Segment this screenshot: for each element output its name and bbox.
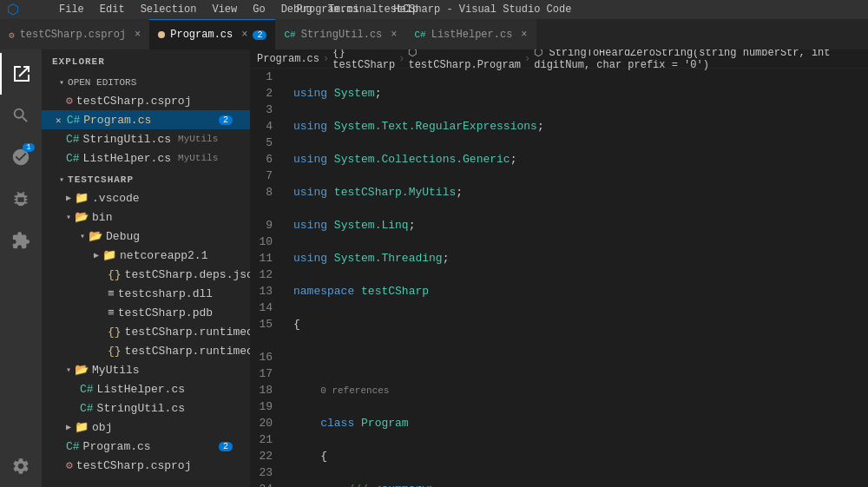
file-listhelper-cs-2[interactable]: C# ListHelper.cs xyxy=(42,379,250,398)
menu-go[interactable]: Go xyxy=(246,0,272,19)
file-runtimeconfig[interactable]: {} testCSharp.runtimeconfig.json xyxy=(42,341,250,360)
csproj-icon: ⚙ xyxy=(9,30,15,41)
json-icon: {} xyxy=(108,345,122,358)
git-badge: 1 xyxy=(23,143,35,152)
menu-help[interactable]: Help xyxy=(386,0,425,19)
open-editor-testcsharp-csproj[interactable]: ⚙ testCSharp.csproj xyxy=(42,91,250,110)
json-icon: {} xyxy=(108,268,122,281)
tab-testcsharp-csproj[interactable]: ⚙ testCSharp.csproj × xyxy=(0,19,149,49)
open-editors-section[interactable]: ▾ OPEN EDITORS xyxy=(42,74,250,91)
open-editor-listhelper-cs[interactable]: C# ListHelper.cs MyUtils xyxy=(42,148,250,168)
file-name: Program.cs xyxy=(83,114,151,127)
code-content[interactable]: using System; using System.Text.RegularE… xyxy=(286,69,868,487)
tab-label: StringUtil.cs xyxy=(301,29,383,41)
open-editor-stringutil-cs[interactable]: C# StringUtil.cs MyUtils xyxy=(42,129,250,148)
bc-file[interactable]: Program.cs xyxy=(257,53,319,65)
folder-bin[interactable]: ▾ 📂 bin xyxy=(42,207,250,227)
activity-extensions[interactable] xyxy=(0,220,42,261)
tab-close-icon[interactable]: × xyxy=(135,29,141,41)
menu-debug[interactable]: Debug xyxy=(274,0,319,19)
folder-icon: 📂 xyxy=(75,363,89,377)
chevron-icon: ▾ xyxy=(59,174,64,185)
folder-myutils[interactable]: ▾ 📂 MyUtils xyxy=(42,360,250,379)
open-editor-program-cs[interactable]: ✕ C# Program.cs 2 xyxy=(42,110,250,129)
file-name: testcsharp.dll xyxy=(118,287,213,300)
menu-view[interactable]: View xyxy=(205,0,244,19)
tab-label: testCSharp.csproj xyxy=(20,29,126,41)
cs-icon: C# xyxy=(415,30,426,40)
file-name: StringUtil.cs xyxy=(83,133,171,146)
folder-obj[interactable]: ▶ 📁 obj xyxy=(42,418,250,437)
bc-sep: › xyxy=(323,53,329,65)
chevron-right-icon: ▶ xyxy=(94,250,99,260)
folder-icon: 📂 xyxy=(75,210,89,224)
file-name: testCSharp.csproj xyxy=(76,95,192,108)
file-tag: MyUtils xyxy=(178,134,218,144)
tab-close-icon[interactable]: × xyxy=(391,29,397,41)
activity-explorer[interactable] xyxy=(0,53,42,95)
tab-close-icon[interactable]: × xyxy=(521,29,527,41)
file-name: testCSharp.pdb xyxy=(118,306,213,319)
folder-name: MyUtils xyxy=(92,364,140,377)
cs-icon: C# xyxy=(66,440,80,453)
tab-label: Program.cs xyxy=(170,29,233,41)
bc-namespace[interactable]: {} testCSharp xyxy=(332,49,395,71)
folder-netcoreapp[interactable]: ▶ 📁 netcoreapp2.1 xyxy=(42,246,250,265)
folder-icon: 📂 xyxy=(89,229,102,243)
cs-icon: C# xyxy=(66,152,80,165)
app-icon: ⬡ xyxy=(7,1,19,18)
chevron-down-icon: ▾ xyxy=(80,231,85,241)
tab-program-cs[interactable]: Program.cs × 2 xyxy=(149,19,275,49)
folder-icon: 📁 xyxy=(102,248,116,262)
chevron-right-icon: ▶ xyxy=(66,193,71,203)
folder-name: obj xyxy=(92,421,112,434)
folder-name: .vscode xyxy=(92,192,140,205)
section-label: TESTCSHARP xyxy=(68,174,134,185)
breadcrumb: Program.cs › {} testCSharp › ⬡ testCShar… xyxy=(250,49,868,69)
menu-edit[interactable]: Edit xyxy=(93,0,132,19)
file-dll[interactable]: ≡ testcsharp.dll xyxy=(42,284,250,303)
file-badge: 2 xyxy=(219,442,233,451)
code-container[interactable]: 1 2 3 4 5 6 7 8 9 10 11 12 13 14 15 xyxy=(250,69,868,487)
editor: Program.cs › {} testCSharp › ⬡ testCShar… xyxy=(250,49,868,487)
cs-icon: C# xyxy=(80,383,94,396)
section-label: OPEN EDITORS xyxy=(68,77,136,88)
menu-file[interactable]: File xyxy=(52,0,91,19)
tab-close-icon[interactable]: × xyxy=(241,29,247,41)
folder-icon: 📁 xyxy=(75,420,89,434)
menu-selection[interactable]: Selection xyxy=(134,0,204,19)
file-deps-json[interactable]: {} testCSharp.deps.json xyxy=(42,265,250,284)
activity-git[interactable]: 1 xyxy=(0,136,42,178)
folder-vscode[interactable]: ▶ 📁 .vscode xyxy=(42,188,250,207)
json-icon: {} xyxy=(108,326,122,339)
file-program-cs-2[interactable]: C# Program.cs 2 xyxy=(42,437,250,456)
file-runtimeconfig-dev[interactable]: {} testCSharp.runtimeconfig.dev.json xyxy=(42,322,250,341)
tab-bar: ⚙ testCSharp.csproj × Program.cs × 2 C# … xyxy=(0,19,868,49)
tab-stringutil-cs[interactable]: C# StringUtil.cs × xyxy=(275,19,405,49)
csproj-icon: ⚙ xyxy=(66,458,73,472)
chevron-down-icon: ▾ xyxy=(66,212,71,222)
file-name: testCSharp.csproj xyxy=(76,459,192,472)
activity-bar: 1 xyxy=(0,49,42,487)
folder-debug[interactable]: ▾ 📂 Debug xyxy=(42,227,250,246)
folder-name: netcoreapp2.1 xyxy=(120,249,207,262)
file-name: testCSharp.runtimeconfig.json xyxy=(125,345,250,358)
activity-settings[interactable] xyxy=(0,445,42,487)
cs-icon: C# xyxy=(80,402,94,415)
menu-terminal[interactable]: Terminal xyxy=(321,0,385,19)
activity-search[interactable] xyxy=(0,95,42,136)
file-testcsharp-csproj-2[interactable]: ⚙ testCSharp.csproj xyxy=(42,456,250,475)
chevron-down-icon: ▾ xyxy=(66,365,71,375)
folder-name: Debug xyxy=(106,230,140,243)
file-name: ListHelper.cs xyxy=(97,383,185,396)
bc-sep: › xyxy=(398,53,404,65)
content-area: 1 EXPLORER ▾ OPEN EDITORS ⚙ testCS xyxy=(0,49,868,487)
folder-icon: 📁 xyxy=(75,191,89,205)
testcsharp-section[interactable]: ▾ TESTCSHARP xyxy=(42,171,250,188)
tab-badge: 2 xyxy=(253,30,266,40)
file-stringutil-cs-2[interactable]: C# StringUtil.cs xyxy=(42,398,250,418)
file-name: StringUtil.cs xyxy=(97,402,185,415)
activity-debug[interactable] xyxy=(0,178,42,220)
file-pdb[interactable]: ≡ testCSharp.pdb xyxy=(42,303,250,322)
tab-listhelper-cs[interactable]: C# ListHelper.cs × xyxy=(406,19,536,49)
